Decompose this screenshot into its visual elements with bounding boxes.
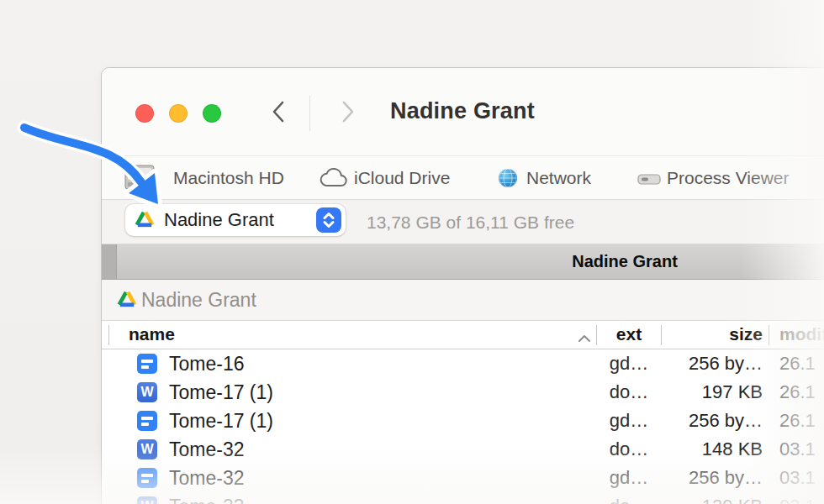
toolbar-item-macintosh-hd[interactable]: Macintosh HD [102, 156, 295, 200]
title-bar: Nadine Grant [102, 68, 824, 156]
column-divider [108, 325, 109, 345]
column-divider[interactable] [769, 325, 769, 345]
table-row[interactable]: W Tome-17 (1) do… 197 KB 26.1 [102, 378, 824, 407]
file-modified: 26.1 [779, 378, 816, 407]
file-size: 197 KB [657, 378, 763, 407]
table-row[interactable]: Tome-16 gd… 256 by… 26.1 [102, 349, 824, 378]
file-modified: 03.1 [779, 492, 816, 504]
location-label: Nadine Grant [141, 280, 256, 320]
chevron-right-icon [341, 99, 356, 128]
file-name: Tome-16 [169, 349, 244, 378]
back-button[interactable] [266, 98, 291, 129]
zoom-button[interactable] [203, 104, 221, 123]
minimize-button[interactable] [169, 104, 188, 123]
sort-ascending-icon [578, 331, 591, 346]
pane-header-edge [102, 244, 117, 279]
google-drive-icon [117, 290, 137, 308]
word-file-icon: W [137, 382, 157, 402]
file-ext: gd… [598, 407, 660, 435]
storage-info: 13,78 GB of 16,11 GB free [367, 200, 574, 244]
drive-dropdown[interactable]: Nadine Grant [125, 204, 346, 236]
table-row[interactable]: Tome-32 gd… 256 by… 03.1 [102, 464, 824, 492]
google-doc-file-icon [137, 468, 157, 488]
close-button[interactable] [135, 104, 154, 123]
google-doc-file-icon [137, 411, 157, 431]
word-file-icon: W [137, 439, 157, 459]
file-ext: gd… [598, 464, 660, 492]
file-manager-window: Nadine Grant Macintosh HD iCloud Drive [101, 67, 824, 504]
hard-drive-icon [122, 164, 157, 192]
globe-icon [498, 168, 518, 188]
nav-divider [309, 96, 310, 131]
table-row[interactable]: Tome-17 (1) gd… 256 by… 26.1 [102, 407, 824, 435]
pane-title: Nadine Grant [572, 244, 678, 279]
file-ext: do… [598, 378, 660, 407]
file-name: Tome-32 [169, 464, 244, 492]
column-divider[interactable] [596, 325, 597, 345]
column-header-name[interactable]: name [129, 321, 175, 348]
pane-header: Nadine Grant [102, 244, 824, 280]
location-row[interactable]: Nadine Grant [102, 280, 824, 321]
file-modified: 03.1 [779, 464, 816, 492]
table-header: name ext size modified [102, 321, 824, 349]
file-modified: 03.1 [779, 435, 816, 464]
toolbar: Macintosh HD iCloud Drive [102, 156, 824, 200]
file-ext: do… [598, 492, 660, 504]
google-doc-file-icon [137, 354, 157, 374]
dropdown-stepper-icon[interactable] [316, 207, 341, 233]
file-ext: do… [598, 435, 660, 464]
toolbar-label: Macintosh HD [173, 156, 284, 200]
file-size: 139 KB [657, 492, 763, 504]
file-name: Tome-32 [169, 435, 244, 464]
file-modified: 26.1 [779, 407, 816, 435]
file-name: Tome-17 (1) [169, 407, 273, 435]
google-drive-icon [135, 210, 155, 228]
file-modified: 26.1 [779, 349, 816, 378]
column-header-modified[interactable]: modified [779, 321, 824, 348]
column-header-ext[interactable]: ext [598, 321, 660, 348]
file-ext: gd… [598, 349, 660, 378]
toolbar-label: Process Viewer [667, 156, 790, 200]
drive-dropdown-value: Nadine Grant [164, 204, 274, 235]
table-row[interactable]: W Tome-33 do… 139 KB 03.1 [102, 492, 824, 504]
toolbar-label: iCloud Drive [354, 156, 450, 200]
chevron-left-icon [271, 99, 286, 128]
column-header-size[interactable]: size [657, 321, 763, 348]
file-size: 256 by… [657, 464, 763, 492]
file-size: 256 by… [657, 407, 763, 435]
word-file-icon: W [137, 496, 157, 504]
table-row[interactable]: W Tome-32 do… 148 KB 03.1 [102, 435, 824, 464]
file-size: 148 KB [657, 435, 763, 464]
drive-selector-row: Nadine Grant 13,78 GB of 16,11 GB free [102, 200, 824, 244]
file-list: Tome-16 gd… 256 by… 26.1 W Tome-17 (1) d… [102, 349, 824, 504]
cloud-icon [319, 167, 349, 189]
forward-button[interactable] [335, 98, 361, 129]
file-name: Tome-33 [169, 492, 244, 504]
toolbar-label: Network [526, 156, 591, 200]
file-name: Tome-17 (1) [169, 378, 273, 407]
window-title: Nadine Grant [390, 98, 535, 124]
file-size: 256 by… [657, 349, 763, 378]
device-icon [637, 173, 661, 184]
